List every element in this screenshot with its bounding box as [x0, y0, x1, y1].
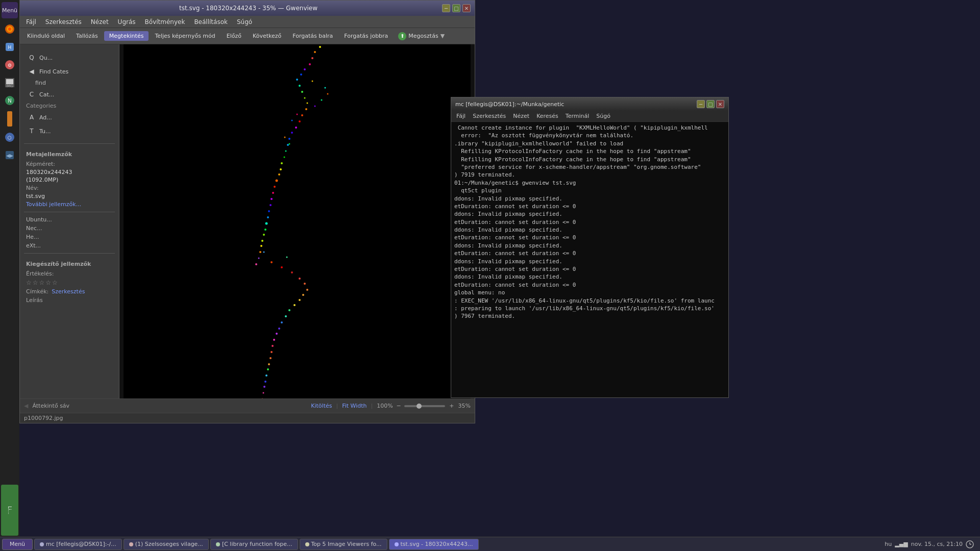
terminal-menu-terminal[interactable]: Terminál: [562, 112, 593, 120]
taskbar-item-2[interactable]: [C library function fope...: [210, 539, 298, 550]
statusbar-zoom-plus-icon[interactable]: +: [449, 403, 454, 409]
taskbar-datetime: nov. 15., cs, 21:10: [911, 541, 963, 547]
terminal-line: .ibrary "kipiplugin_kxmlhelloworld" fail…: [454, 140, 725, 147]
toolbar-next[interactable]: Következő: [248, 31, 286, 41]
app-icon-1[interactable]: [2, 21, 18, 37]
terminal-menu-nezet[interactable]: Nézet: [510, 112, 532, 120]
toolbar-fullscreen[interactable]: Teljes képernyős mód: [150, 31, 220, 41]
svg-point-19: [288, 138, 290, 140]
app-icon-3[interactable]: ⚙: [2, 57, 18, 73]
meta-section-title: Metajellemzők: [20, 147, 119, 160]
minimize-button[interactable]: ─: [442, 4, 450, 12]
svg-point-49: [285, 315, 287, 317]
app-icon-7[interactable]: ◀▶: [2, 147, 18, 163]
app-icon-2[interactable]: H: [2, 39, 18, 55]
svg-point-29: [271, 198, 273, 200]
quick-btn-findcates[interactable]: ◀ Find Cates: [22, 65, 117, 78]
green-label: Li...: [7, 506, 12, 514]
star-1[interactable]: ☆: [26, 279, 32, 286]
menu-fajl[interactable]: Fájl: [22, 17, 40, 27]
orange-indicator: [7, 111, 12, 127]
svg-point-73: [297, 114, 298, 115]
menu-sugo[interactable]: Súgó: [233, 17, 256, 27]
menu-ugras[interactable]: Ugrás: [114, 17, 140, 27]
menu-beallitasok[interactable]: Beállítások: [190, 17, 232, 27]
svg-point-60: [264, 381, 266, 383]
svg-point-11: [301, 91, 303, 93]
desc-label: Leírás: [20, 296, 119, 305]
terminal-minimize[interactable]: ─: [697, 100, 705, 108]
size-mp: (1092.0MP): [20, 176, 119, 184]
app6-icon: ⬡: [4, 132, 15, 143]
taskbar-right: hu ▂▄▆ nov. 15., cs, 21:10: [885, 540, 978, 548]
terminal-content[interactable]: Cannot create instance for plugin "KXMLH…: [451, 122, 728, 397]
green-section-box[interactable]: Li...: [1, 485, 18, 536]
toolbar-view[interactable]: Megtekintés: [104, 31, 149, 41]
svg-point-61: [263, 386, 265, 388]
terminal-line: ddons: Invalid pixmap specified.: [454, 195, 725, 203]
terminal-close[interactable]: ✕: [716, 100, 724, 108]
quick-btn-tut[interactable]: T Tu...: [22, 124, 117, 138]
terminal-maximize[interactable]: □: [706, 100, 715, 108]
toolbar-rotate-right[interactable]: Forgatás jobbra: [339, 31, 393, 41]
star-5[interactable]: ☆: [52, 279, 58, 286]
quick-access-section: Q Qu... ◀ Find Cates find C Cat... Categ…: [20, 48, 119, 140]
taskbar-start[interactable]: Menü: [2, 539, 33, 550]
terminal-menu-kereses[interactable]: Keresés: [533, 112, 561, 120]
app-icon-4[interactable]: IMG: [2, 74, 18, 91]
rating-stars[interactable]: ☆ ☆ ☆ ☆ ☆: [20, 278, 119, 287]
maximize-button[interactable]: □: [452, 4, 460, 12]
terminal-line: ddons: Invalid pixmap specified.: [454, 210, 725, 218]
terminal-menu-szerk[interactable]: Szerkesztés: [470, 112, 509, 120]
star-2[interactable]: ☆: [33, 279, 38, 286]
toolbar-prev[interactable]: Előző: [222, 31, 247, 41]
ext-item: eXt...: [20, 241, 119, 250]
terminal-menu-sugo[interactable]: Súgó: [593, 112, 614, 120]
taskbar-item-mc[interactable]: mc [fellegis@DSK01]:-/...: [34, 539, 122, 550]
terminal-menu-fajl[interactable]: Fájl: [453, 112, 469, 120]
star-4[interactable]: ☆: [45, 279, 51, 286]
quick-btn-add[interactable]: A Ad...: [22, 111, 117, 124]
taskbar: Menü mc [fellegis@DSK01]:-/... (1) Szels…: [0, 537, 980, 551]
close-button[interactable]: ✕: [462, 4, 471, 12]
taskbar-dot-1: [129, 542, 133, 546]
svg-point-55: [271, 351, 273, 353]
svg-point-31: [268, 210, 270, 212]
filename-footer: p1000792.jpg: [20, 413, 475, 423]
statusbar-kitoltes[interactable]: Kitöltés: [311, 403, 332, 409]
quick-btn-1[interactable]: Q Qu...: [22, 51, 117, 64]
svg-point-14: [305, 108, 307, 110]
terminal-line: 01:~/Munka/genetic$ gwenview tst.svg: [454, 179, 725, 187]
toolbar-rotate-left[interactable]: Forgatás balra: [287, 31, 338, 41]
app-icon-6[interactable]: ⬡: [2, 129, 18, 145]
menu-bovitmenyek[interactable]: Bővítmények: [141, 17, 189, 27]
svg-point-64: [286, 257, 288, 258]
taskbar-item-3[interactable]: Top 5 Image Viewers fo...: [300, 539, 387, 550]
toolbar-home[interactable]: Kiinduló oldal: [22, 31, 70, 41]
svg-point-50: [281, 321, 283, 323]
menu-nezet[interactable]: Nézet: [87, 17, 113, 27]
star-3[interactable]: ☆: [39, 279, 45, 286]
taskbar-start-icon[interactable]: Menü: [2, 2, 18, 18]
toolbar-share[interactable]: ⬆ Megosztás ▼: [394, 31, 449, 42]
svg-point-58: [267, 368, 269, 370]
quick-btn-cat[interactable]: C Cat...: [22, 88, 117, 101]
svg-point-38: [259, 251, 261, 253]
tags-edit-link[interactable]: Szerkesztés: [52, 288, 85, 295]
quick-icon-1: Q: [27, 53, 36, 62]
image-area[interactable]: [119, 44, 475, 398]
terminal-line: ) 7967 terminated.: [454, 312, 725, 320]
menu-szerkesztes[interactable]: Szerkesztés: [41, 17, 86, 27]
terminal-line: Cannot create instance for plugin "KXMLH…: [454, 124, 725, 132]
taskbar-item-1[interactable]: (1) Szelsoseges vilage...: [124, 539, 209, 550]
statusbar-zoom-slider[interactable]: [404, 405, 445, 407]
svg-point-22: [284, 157, 285, 158]
app-icon-5[interactable]: N: [2, 92, 18, 109]
toolbar-browse[interactable]: Tallózás: [71, 31, 103, 41]
more-link[interactable]: További jellemzők...: [20, 200, 119, 209]
svg-point-8: [300, 73, 302, 76]
taskbar-dot-2: [216, 542, 220, 546]
statusbar-zoom-minus-icon[interactable]: ─: [397, 403, 401, 409]
taskbar-item-gwenview[interactable]: tst.svg - 180320x44243...: [389, 539, 479, 550]
statusbar-fitwidth[interactable]: Fit Width: [342, 403, 366, 409]
